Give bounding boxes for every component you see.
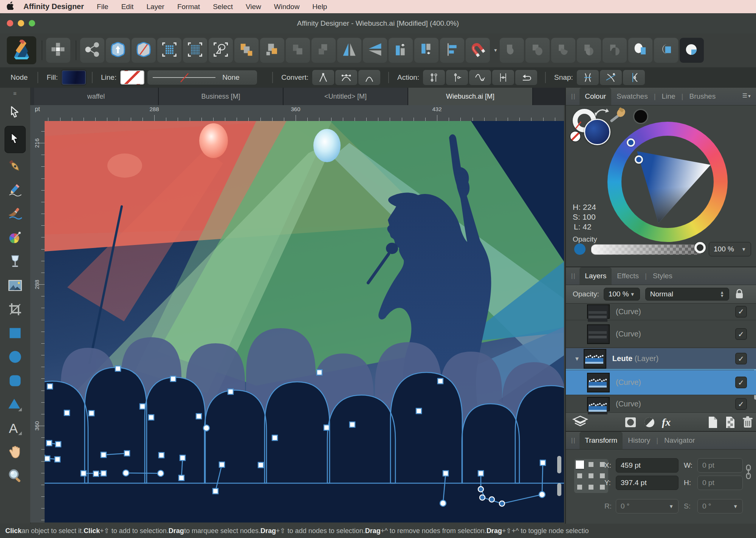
opacity-value-field[interactable]: 100 %▼ [709, 242, 751, 256]
move-tool[interactable] [5, 103, 25, 123]
app-logo[interactable] [7, 36, 36, 64]
anchor-point[interactable] [600, 473, 605, 478]
path-node[interactable] [140, 404, 145, 409]
path-node[interactable] [45, 456, 50, 461]
insert-target-button[interactable] [106, 38, 130, 63]
path-node[interactable] [219, 462, 225, 467]
layer-row-leute[interactable]: ▼Leute (Layer)✓ [566, 348, 756, 370]
tools-grip-icon[interactable]: ≡ [13, 90, 17, 99]
path-node[interactable] [159, 453, 164, 458]
tab-line[interactable]: Line [657, 88, 681, 105]
tab-history[interactable]: History [623, 432, 655, 449]
brush-tool[interactable] [5, 205, 25, 225]
path-node[interactable] [115, 366, 121, 371]
action-reverse-button[interactable] [515, 70, 537, 85]
layer-visibility-checkbox[interactable]: ✓ [735, 328, 747, 340]
colour-wheel-tool[interactable] [5, 229, 25, 248]
panel-grip-icon[interactable]: || [571, 93, 576, 100]
hue-marker[interactable] [627, 138, 635, 147]
document-tab--untitled-m-[interactable]: <Untitled> [M] [284, 88, 408, 105]
control-handle[interactable] [480, 495, 485, 500]
layer-name[interactable]: Leute (Layer) [612, 354, 658, 363]
arrange-front-dim-button[interactable] [286, 38, 310, 63]
path-node[interactable] [55, 457, 60, 462]
flip-vertical-button[interactable] [363, 38, 387, 63]
apple-menu-icon[interactable] [7, 2, 14, 12]
path-node[interactable] [81, 471, 86, 476]
rounded-rectangle-tool[interactable] [5, 372, 25, 391]
layer-thumbnail[interactable] [587, 324, 610, 344]
layer-row-curve[interactable]: (Curve)✓ [566, 395, 756, 413]
text-tool[interactable]: A [5, 419, 25, 439]
path-node[interactable] [93, 471, 99, 476]
grid-button[interactable] [46, 38, 70, 63]
snap-to-curve-button[interactable] [577, 70, 599, 85]
path-node[interactable] [443, 471, 448, 476]
flip-horizontal-button[interactable] [337, 38, 361, 63]
blend-mode-dropdown[interactable]: Normal▲▼ [645, 288, 729, 301]
layer-row-curve[interactable]: (Curve)✓ [566, 303, 756, 320]
layer-thumbnail[interactable] [584, 349, 606, 369]
rotation-dropdown[interactable]: 0 °▼ [616, 499, 679, 513]
path-node[interactable] [272, 435, 277, 440]
layer-thumbnail[interactable] [587, 304, 610, 319]
path-node[interactable] [170, 376, 176, 381]
path-node[interactable] [149, 415, 154, 420]
path-node[interactable] [179, 475, 184, 481]
anchor-point[interactable] [589, 473, 593, 478]
magnet-button[interactable] [466, 38, 490, 63]
mask-icon[interactable] [624, 416, 638, 429]
path-node[interactable] [56, 442, 61, 447]
control-handle[interactable] [489, 497, 494, 502]
layer-name[interactable]: (Curve) [616, 400, 641, 408]
node-link-button[interactable] [80, 38, 104, 63]
path-node[interactable] [438, 378, 443, 384]
path-node[interactable] [180, 455, 185, 460]
path-node[interactable] [317, 370, 322, 375]
path-node[interactable] [416, 408, 421, 414]
pen-tool[interactable] [5, 157, 25, 177]
anchor-point[interactable] [589, 462, 593, 467]
path-node[interactable] [47, 384, 53, 389]
move-backward-button[interactable] [414, 38, 438, 63]
expand-triangle-icon[interactable]: ▼ [574, 355, 580, 362]
fill-stroke-indicator[interactable] [573, 109, 610, 147]
convert-arc-button[interactable] [358, 70, 380, 85]
pan-tool[interactable] [5, 443, 25, 463]
menu-item-help[interactable]: Help [312, 3, 327, 11]
path-node[interactable] [540, 460, 545, 465]
anchor-point-selected[interactable] [576, 460, 584, 469]
transparency-tool[interactable] [5, 253, 25, 272]
marquee-dots-button[interactable] [157, 38, 181, 63]
action-break-curve-button[interactable] [423, 70, 445, 85]
tab-effects[interactable]: Effects [612, 267, 644, 285]
control-handle[interactable] [499, 501, 505, 506]
menu-item-file[interactable]: File [97, 3, 108, 11]
ellipse-tool[interactable] [5, 348, 25, 367]
saturation-marker[interactable] [635, 155, 643, 164]
tab-colour[interactable]: Colour [579, 88, 611, 105]
path-node[interactable] [350, 422, 355, 427]
crowd-head[interactable] [390, 372, 462, 499]
crop-tool[interactable] [5, 300, 25, 320]
fx-icon[interactable]: fx [662, 416, 671, 428]
layer-visibility-checkbox[interactable]: ✓ [735, 377, 747, 388]
marquee-shapes-button[interactable] [209, 38, 233, 63]
panel-grip-icon[interactable]: || [571, 437, 576, 444]
bool-intersect-dim-button[interactable] [551, 38, 575, 63]
document-tab-wiebusch-ai-m-[interactable]: Wiebusch.ai [M] [408, 88, 533, 105]
arrange-back-button[interactable] [260, 38, 284, 63]
path-node-smooth[interactable] [539, 491, 545, 498]
path-node[interactable] [228, 389, 233, 394]
action-close-curve-button[interactable] [446, 70, 468, 85]
fill-swatch[interactable] [62, 70, 86, 85]
menu-item-view[interactable]: View [246, 3, 261, 11]
menu-item-layer[interactable]: Layer [146, 3, 164, 11]
fill-swatch-circle[interactable] [584, 119, 610, 145]
new-mask-layer-icon[interactable] [723, 416, 736, 429]
y-field[interactable]: 397.4 pt [616, 476, 679, 490]
crowd-head[interactable] [85, 367, 147, 499]
layer-visibility-checkbox[interactable]: ✓ [735, 306, 747, 318]
tab-transform[interactable]: Transform [579, 432, 623, 449]
h-field[interactable]: 0 pt [697, 476, 743, 490]
